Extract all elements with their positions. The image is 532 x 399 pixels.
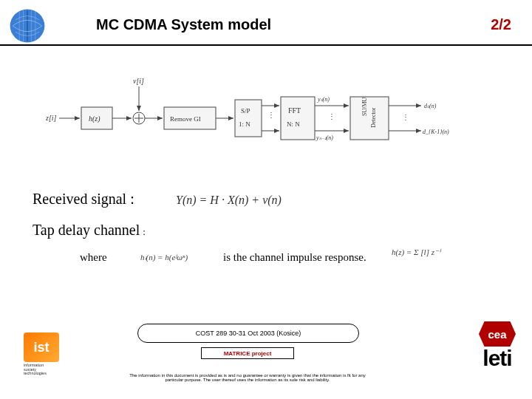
equation-received: Y(n) = H · X(n) + v(n) [176,194,282,207]
ist-logo: ist information society technologies [24,332,74,375]
remove-gi: Remove GI [170,115,201,123]
svg-text:⋮: ⋮ [328,112,335,120]
fft-bot: N: N [287,120,300,128]
received-signal-label: Received signal : [33,191,134,208]
leti-text: leti [479,348,516,368]
tap-text: Tap delay channel [33,222,140,238]
z-label: z[i] [45,114,57,122]
svg-rect-15 [281,97,315,140]
footer: ist information society technologies COS… [0,310,532,399]
equation-hz-sum: h(z) = Σ [l] z⁻ˡ [392,248,440,257]
svg-text:⋮: ⋮ [267,111,275,119]
impulse-response-text: is the channel impulse response. [223,251,366,264]
sp-bot: 1: N [239,120,250,128]
page-title: MC CDMA System model [96,16,271,33]
tap-colon: : [143,226,146,237]
hz-label: h(z) [89,115,100,123]
yn1: yₙ₋₁(n) [316,134,333,141]
tap-delay-label: Tap delay channel: [33,222,146,239]
equation-hi: hᵢ(n) = h(eʲωⁿ) [140,253,188,262]
header: MC CDMA System model 2/2 [0,9,532,46]
fft-top: FFT [288,106,301,115]
det-bot: Detector [370,107,377,128]
ist-badge-icon: ist [24,332,59,362]
slide: MC CDMA System model 2/2 z[i] h(z) v[i] [0,0,532,399]
cost-bubble: COST 289 30-31 Oct 2003 (Kosice) [137,324,359,343]
disclaimer-text: The information in this document is prov… [126,373,369,383]
y0: y₀(n) [317,96,330,103]
svg-rect-11 [235,100,262,137]
v-label: v[i] [133,77,144,85]
where-label: where [80,251,107,264]
dk1: d_{K-1}(n) [423,129,449,135]
project-box: MATRICE project [201,347,294,359]
ist-caption: information society technologies [24,364,74,376]
page-number: 2/2 [491,16,511,33]
block-diagram: z[i] h(z) v[i] Remove GI S/P 1: N [44,70,458,174]
d0: d₀(n) [424,103,437,109]
cea-leti-logo: cea leti [479,321,516,368]
cea-badge-icon: cea [479,321,516,347]
det-top: SU/MU [361,97,368,116]
ist-c3: technologies [24,371,47,375]
svg-text:⋮: ⋮ [402,113,409,121]
brain-hemisphere-icon [7,7,47,44]
sp-top: S/P [241,107,250,115]
svg-rect-19 [350,97,389,140]
